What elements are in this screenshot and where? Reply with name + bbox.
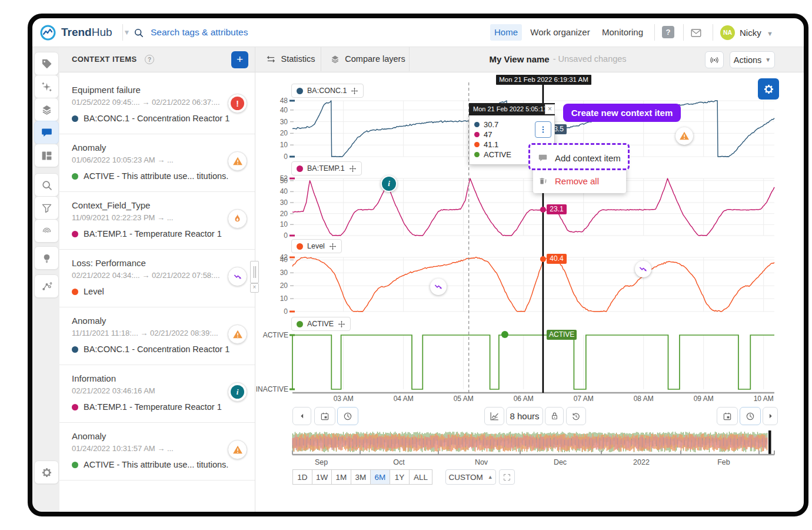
sidebar-item-settings[interactable] [34,461,59,484]
calendar-icon [320,411,330,422]
move-icon[interactable] [329,243,337,250]
sidebar-item-fingerprint[interactable] [34,219,59,243]
cursor-value-badge: ACTIVE [547,330,577,340]
comment-icon [538,153,548,163]
app-logo[interactable]: TrendHub ▼ [40,24,130,41]
search-bar[interactable]: Search tags & attributes [133,25,248,39]
context-kebab-button[interactable] [535,121,551,138]
sidebar-item-comment[interactable] [34,121,59,144]
sidebar-item-search[interactable] [34,173,59,197]
x-axis-tick: 08 AM [627,395,660,403]
user-name[interactable]: Nicky [740,28,761,38]
expand-icon [502,473,511,482]
start-time-button[interactable] [337,407,358,425]
y-axis-tick: 40 [268,106,288,114]
panel-collapse-button[interactable]: × [250,283,259,293]
series-color-dot [297,88,303,94]
avatar[interactable]: NA [720,25,735,40]
create-context-item-button[interactable]: Create new context item [563,104,681,122]
end-date-button[interactable] [717,407,738,425]
overview-axis-label: Dec [543,458,578,466]
chart-settings-button[interactable] [758,78,779,100]
context-event-dot[interactable] [501,331,508,338]
search-icon [133,27,144,38]
gear-icon [763,83,775,95]
search-icon [41,179,53,191]
menu-item-remove-all[interactable]: Remove all [538,172,624,190]
add-context-item-button[interactable]: + [231,51,248,68]
legend-ba-temp[interactable]: BA:TEMP.1 [291,161,362,175]
overview-axis-label: Sep [304,458,339,466]
step-back-button[interactable] [292,407,311,425]
sidebar-item-dashboard[interactable] [34,144,59,167]
context-items-title: CONTEXT ITEMS [72,55,137,64]
trendhub-logo-icon [40,25,56,41]
chart-type-button[interactable] [484,407,504,425]
clock-icon [342,411,353,422]
range-button-6m[interactable]: 6M [370,469,390,485]
arrow-right-icon [767,412,774,420]
custom-range-button[interactable]: CUSTOM▲ [445,469,496,485]
range-button-1w[interactable]: 1W [312,469,332,485]
mail-icon[interactable] [690,26,703,39]
range-button-1m[interactable]: 1M [331,469,351,485]
tab-home[interactable]: Home [490,24,522,41]
legend-ba-conc[interactable]: BA:CONC.1 [291,84,364,98]
end-time-button[interactable] [740,407,761,425]
statistics-button[interactable]: Statistics [261,47,321,71]
start-date-button[interactable] [314,407,335,425]
x-axis-tick: 10 AM [747,395,780,403]
y-axis-tick: 20 [268,281,288,290]
sidebar-item-graph[interactable] [34,274,59,298]
move-icon[interactable] [351,87,358,95]
trend-chart-icon [489,410,500,422]
legend-active[interactable]: ACTIVE [291,317,351,331]
logo-caret-icon[interactable]: ▼ [124,28,131,37]
move-icon[interactable] [349,165,357,173]
panel-resize-handle[interactable] [250,261,259,283]
time-window-button[interactable]: 8 hours [506,407,543,425]
sidebar-item-sparkles[interactable] [34,75,59,98]
legend-level[interactable]: Level [291,239,342,253]
cursor-value-badge: 23.1 [547,204,567,214]
trend-charts-canvas[interactable] [0,0,812,530]
chart-marker-trend-down[interactable] [635,261,651,277]
range-button-all[interactable]: ALL [409,469,432,485]
context-items-help-icon[interactable]: ? [145,55,154,64]
tooltip-close-icon[interactable]: × [545,104,555,114]
lock-window-button[interactable] [545,407,564,425]
tab-monitoring[interactable]: Monitoring [598,24,647,41]
y-axis-tick: 30 [268,198,288,207]
range-button-1y[interactable]: 1Y [390,469,410,485]
sidebar-item-layers[interactable] [34,98,59,121]
calendar-icon [722,411,733,422]
history-button[interactable] [566,407,586,425]
series-color-dot [297,243,303,250]
sidebar-item-lightbulb[interactable] [34,246,59,270]
compare-layers-button[interactable]: Compare layers [327,47,409,71]
chart-marker-info[interactable]: i [381,175,397,192]
chart-marker-trend-down[interactable] [430,279,447,295]
step-forward-button[interactable] [763,407,778,425]
y-axis-tick: 10 [268,294,288,303]
series-color-dot [297,165,303,172]
move-icon[interactable] [338,320,345,328]
help-icon[interactable]: ? [662,26,674,38]
chart-marker-warning[interactable] [675,127,693,145]
actions-button[interactable]: Actions▼ [730,51,775,68]
sidebar-item-filter[interactable] [34,196,59,220]
tooltip-timestamp: Mon 21 Feb 2022 5:05:17 AM [469,103,555,115]
menu-item-add-context-item[interactable]: Add context item [538,148,624,167]
brand-light: Hub [92,26,112,38]
actions-caret-icon: ▼ [765,57,771,63]
tab-work-organizer[interactable]: Work organizer [528,24,592,41]
range-button-3m[interactable]: 3M [351,469,371,485]
clock-icon [745,411,756,422]
broadcast-button[interactable] [705,51,724,68]
range-button-1d[interactable]: 1D [292,469,312,485]
overview-axis-label: Oct [381,458,417,466]
search-placeholder: Search tags & attributes [151,27,248,38]
user-menu-caret-icon[interactable]: ▼ [767,30,773,37]
sidebar-item-tag[interactable] [34,52,59,75]
fit-range-button[interactable] [499,469,515,485]
